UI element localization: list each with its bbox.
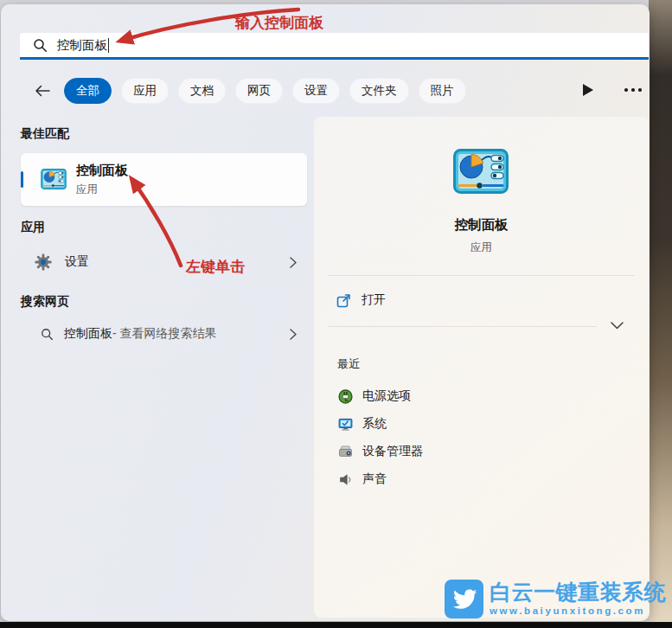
- sound-icon: [337, 471, 354, 488]
- control-panel-icon-large: [453, 149, 509, 197]
- web-search-result[interactable]: 控制面板 - 查看网络搜索结果: [21, 318, 307, 349]
- best-match-title: 控制面板: [76, 163, 128, 179]
- open-action[interactable]: 打开: [329, 287, 623, 313]
- web-search-header: 搜索网页: [21, 294, 69, 310]
- open-external-icon: [336, 293, 351, 308]
- taskbar-edge: [0, 622, 672, 628]
- recent-item-label: 声音: [362, 471, 387, 487]
- text-caret: [108, 38, 109, 53]
- recent-item-label: 系统: [362, 416, 387, 432]
- tab-all[interactable]: 全部: [64, 78, 112, 104]
- recent-item-label: 设备管理器: [362, 444, 423, 459]
- watermark-url: www.baiyunxitong.com: [490, 606, 666, 616]
- recent-item-label: 电源选项: [362, 388, 411, 404]
- preview-panel: 控制面板 应用 打开 最近: [314, 117, 649, 618]
- preview-title: 控制面板: [314, 216, 649, 234]
- divider: [329, 275, 635, 276]
- tab-web[interactable]: 网页: [235, 78, 283, 104]
- search-query-text: 控制面板: [57, 37, 107, 54]
- settings-result-label: 设置: [65, 254, 89, 270]
- tab-documents[interactable]: 文档: [178, 78, 226, 104]
- web-result-suffix: - 查看网络搜索结果: [112, 326, 217, 342]
- tab-photos[interactable]: 照片: [419, 78, 466, 104]
- chevron-right-icon[interactable]: [290, 329, 297, 340]
- control-panel-icon: [41, 169, 67, 193]
- watermark-title: 白云一键重装系统: [490, 580, 666, 604]
- selection-indicator: [21, 171, 23, 188]
- apps-header: 应用: [21, 220, 45, 235]
- app-result-settings[interactable]: 设置: [21, 245, 307, 279]
- preview-subtitle: 应用: [314, 240, 649, 255]
- search-icon: [33, 38, 48, 53]
- search-icon: [41, 328, 54, 341]
- play-icon[interactable]: [583, 84, 593, 96]
- recent-item-system[interactable]: 系统: [329, 413, 634, 435]
- recent-item-power-options[interactable]: 电源选项: [329, 385, 634, 407]
- chevron-down-icon[interactable]: [611, 322, 624, 330]
- search-input[interactable]: 控制面板: [20, 33, 649, 60]
- tab-folders[interactable]: 文件夹: [349, 78, 409, 104]
- chevron-right-icon[interactable]: [290, 257, 297, 268]
- more-options-icon[interactable]: [624, 88, 642, 92]
- search-filter-tabs: 全部 应用 文档 网页 设置 文件夹 照片: [32, 78, 466, 104]
- recent-item-device-manager[interactable]: 设备管理器: [329, 440, 634, 463]
- watermark-text: 白云一键重装系统 www.baiyunxitong.com: [490, 580, 666, 618]
- back-button[interactable]: [32, 80, 53, 101]
- best-match-subtitle: 应用: [76, 183, 98, 197]
- tab-settings[interactable]: 设置: [292, 78, 340, 104]
- search-flyout-window: 控制面板 全部 应用 文档 网页 设置 文件夹 照片 最佳匹配 控制面板 应用: [1, 4, 650, 621]
- power-options-icon: [337, 388, 354, 405]
- system-icon: [337, 416, 354, 433]
- desktop-background-strip: [649, 0, 672, 628]
- gear-icon: [35, 253, 52, 271]
- best-match-result[interactable]: 控制面板 应用: [21, 153, 307, 206]
- watermark: 白云一键重装系统 www.baiyunxitong.com: [445, 580, 666, 618]
- recent-item-sound[interactable]: 声音: [329, 468, 634, 490]
- watermark-bird-icon: [445, 580, 483, 618]
- web-query-text: 控制面板: [64, 326, 112, 342]
- divider: [329, 326, 597, 327]
- screenshot-root: 控制面板 全部 应用 文档 网页 设置 文件夹 照片 最佳匹配 控制面板 应用: [0, 0, 672, 628]
- open-label: 打开: [362, 292, 386, 308]
- best-match-header: 最佳匹配: [21, 126, 69, 142]
- recent-header: 最近: [337, 356, 360, 372]
- device-manager-icon: [337, 444, 354, 460]
- tab-apps[interactable]: 应用: [121, 78, 169, 104]
